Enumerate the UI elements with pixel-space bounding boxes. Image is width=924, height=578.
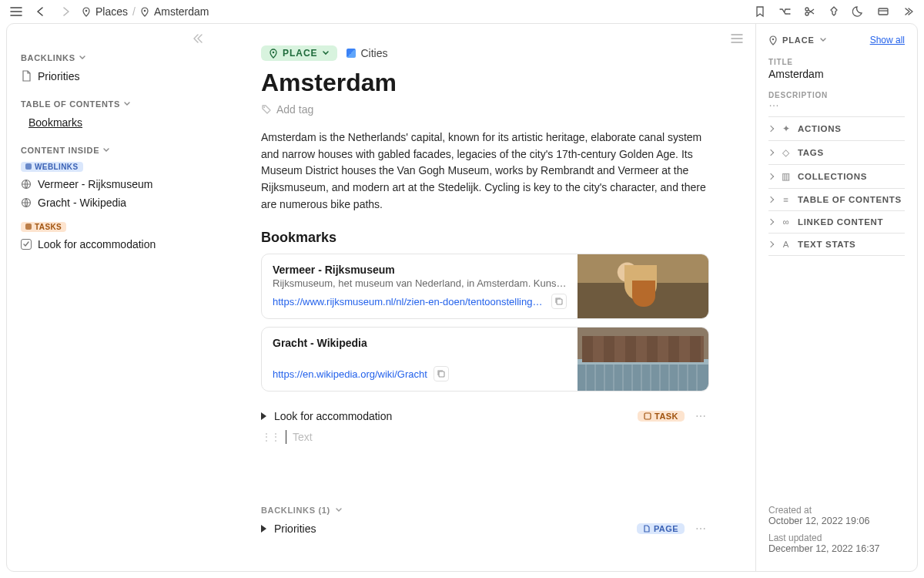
copy-url-icon[interactable] — [434, 366, 449, 381]
moon-icon[interactable] — [850, 3, 867, 20]
disclosure-triangle-icon[interactable] — [261, 525, 266, 533]
tasks-badge: TASKS — [21, 222, 66, 232]
link-icon: ∞ — [781, 217, 792, 227]
bookmark-thumbnail — [578, 254, 708, 318]
svg-point-1 — [144, 10, 146, 12]
bookmark-thumbnail — [578, 328, 708, 391]
list-item-label: Priorities — [38, 70, 79, 82]
content-inside-section-header[interactable]: CONTENT INSIDE — [21, 146, 201, 155]
list-item-label: Look for accommodation — [38, 238, 156, 250]
section-label: BACKLINKS (1) — [261, 506, 330, 515]
collapse-sidebar-icon[interactable] — [192, 33, 204, 44]
svg-rect-4 — [879, 8, 888, 15]
collection-chip[interactable]: Cities — [346, 47, 387, 59]
layout-icon[interactable] — [875, 3, 892, 20]
breadcrumb-current[interactable]: Amsterdam — [154, 5, 209, 18]
panel-section-linked[interactable]: ∞LINKED CONTENT — [768, 210, 905, 233]
add-tag-label: Add tag — [276, 103, 313, 116]
checkbox-icon — [21, 239, 32, 250]
more-icon[interactable]: ⋯ — [692, 523, 709, 535]
top-toolbar: Places / Amsterdam — [0, 0, 924, 23]
bookmark-card[interactable]: Vermeer - Rijksmuseum Rijksmuseum, het m… — [261, 254, 709, 319]
section-label: LINKED CONTENT — [798, 217, 883, 227]
more-icon[interactable]: ⋯ — [692, 410, 709, 422]
panel-section-actions[interactable]: ✦ACTIONS — [768, 116, 905, 140]
panel-section-stats[interactable]: ATEXT STATS — [768, 233, 905, 256]
created-value: October 12, 2022 19:06 — [768, 516, 905, 526]
task-row[interactable]: Look for accommodation TASK ⋯ — [261, 410, 709, 422]
weblink-item[interactable]: Vermeer - Rijksmuseum — [21, 175, 201, 193]
chevron-right-icon — [768, 241, 774, 247]
badge-label: PAGE — [654, 524, 678, 533]
backlink-item[interactable]: Priorities — [21, 67, 201, 86]
breadcrumb-parent[interactable]: Places — [95, 5, 128, 18]
panel-section-toc[interactable]: ≡TABLE OF CONTENTS — [768, 188, 905, 210]
more-icon[interactable] — [899, 3, 916, 20]
stack-icon: ▥ — [781, 171, 792, 182]
scissors-icon[interactable] — [801, 3, 818, 20]
backlinks-section-header[interactable]: BACKLINKS — [21, 53, 201, 62]
svg-rect-9 — [557, 299, 562, 304]
backlinks-heading[interactable]: BACKLINKS (1) — [261, 506, 709, 515]
app-frame: BACKLINKS Priorities TABLE OF CONTENTS B… — [6, 23, 918, 572]
section-label: TABLE OF CONTENTS — [798, 195, 902, 204]
section-label: CONTENT INSIDE — [21, 146, 99, 155]
svg-point-3 — [805, 12, 808, 15]
panel-section-collections[interactable]: ▥COLLECTIONS — [768, 164, 905, 188]
drag-handle-icon[interactable]: ⋮⋮ — [261, 431, 280, 443]
main-content: PLACE Cities Amsterdam Add tag Amsterdam… — [215, 24, 755, 571]
copy-url-icon[interactable] — [551, 294, 567, 309]
bookmark-url: https://www.rijksmuseum.nl/nl/zien-en-do… — [273, 296, 545, 307]
bookmark-icon[interactable] — [752, 3, 768, 20]
map-pin-icon — [140, 6, 149, 17]
page-settings-icon[interactable] — [731, 33, 743, 44]
badge-label: TASK — [654, 412, 678, 421]
toc-section-header[interactable]: TABLE OF CONTENTS — [21, 99, 201, 109]
link-icon — [21, 197, 32, 208]
list-icon: ≡ — [781, 195, 792, 204]
left-panel: BACKLINKS Priorities TABLE OF CONTENTS B… — [7, 24, 215, 571]
description-field-value[interactable]: … — [768, 96, 905, 109]
title-field-value[interactable]: Amsterdam — [768, 68, 905, 80]
weblink-item[interactable]: Gracht - Wikipedia — [21, 193, 201, 212]
backlink-row[interactable]: Priorities PAGE ⋯ — [261, 523, 709, 535]
chevron-right-icon — [768, 126, 774, 132]
pin-icon[interactable] — [825, 3, 842, 20]
chevron-right-icon — [768, 219, 774, 225]
back-icon[interactable] — [32, 3, 49, 20]
menu-icon[interactable] — [8, 3, 25, 20]
forward-icon[interactable] — [57, 3, 74, 20]
svg-rect-10 — [439, 371, 444, 377]
type-chip[interactable]: PLACE — [261, 45, 337, 61]
tag-icon — [261, 104, 272, 115]
page-body[interactable]: Amsterdam is the Netherlands' capital, k… — [261, 129, 709, 213]
list-item-label: Bookmarks — [28, 116, 82, 129]
bookmark-card[interactable]: Gracht - Wikipedia https://en.wikipedia.… — [261, 327, 709, 391]
updated-label: Last updated — [768, 533, 905, 543]
page-title[interactable]: Amsterdam — [261, 69, 709, 97]
text-cursor — [286, 430, 286, 444]
breadcrumb: Places / Amsterdam — [82, 5, 209, 18]
show-all-link[interactable]: Show all — [870, 35, 905, 45]
svg-point-0 — [85, 10, 88, 12]
bookmark-desc — [273, 351, 567, 361]
task-item[interactable]: Look for accommodation — [21, 235, 201, 254]
svg-point-8 — [263, 106, 265, 108]
shuffle-icon[interactable] — [776, 3, 793, 20]
type-dropdown[interactable]: PLACE — [768, 35, 827, 45]
tag-icon: ◇ — [781, 147, 792, 158]
panel-section-tags[interactable]: ◇TAGS — [768, 140, 905, 164]
svg-point-12 — [772, 39, 774, 40]
add-tag-row[interactable]: Add tag — [261, 103, 709, 116]
new-block-input[interactable]: ⋮⋮ Text — [261, 430, 709, 444]
updated-value: December 12, 2022 16:37 — [768, 543, 905, 554]
collection-icon — [346, 49, 356, 58]
page-type-badge: PAGE — [637, 523, 685, 534]
svg-rect-11 — [644, 413, 651, 419]
disclosure-triangle-icon[interactable] — [261, 412, 266, 420]
breadcrumb-separator: / — [132, 5, 136, 18]
text-icon: A — [781, 240, 792, 249]
created-label: Created at — [768, 505, 905, 516]
placeholder-text: Text — [293, 431, 313, 443]
toc-item[interactable]: Bookmarks — [21, 113, 201, 132]
